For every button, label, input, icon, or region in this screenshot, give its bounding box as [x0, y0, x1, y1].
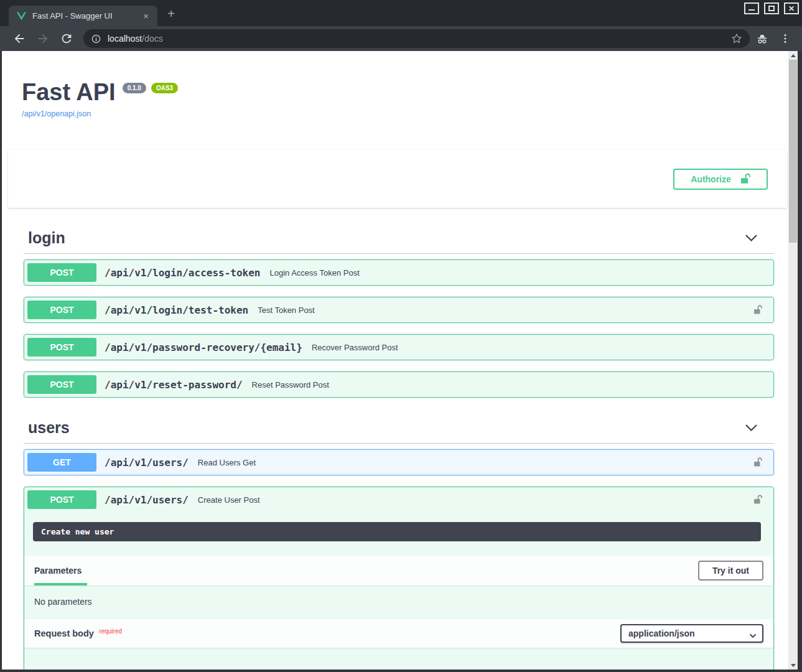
endpoint-row: POST /api/v1/login/test-token Test Token… — [24, 297, 774, 323]
browser-titlebar: Fast API - Swagger UI × + ✕ — [0, 0, 802, 26]
browser-menu-icon[interactable] — [780, 33, 791, 44]
maximize-icon — [768, 6, 775, 11]
version-badge: 0.1.0 — [123, 83, 146, 93]
triangle-up-icon — [791, 54, 796, 57]
operation-description: Create new user — [33, 522, 761, 541]
endpoint-summary[interactable]: POST /api/v1/users/ Create User Post — [24, 487, 773, 512]
endpoint-path: /api/v1/users/ — [105, 494, 189, 506]
window-frame-right — [798, 51, 802, 672]
scrollbar-up-arrow[interactable] — [788, 51, 798, 60]
endpoint-summary[interactable]: POST /api/v1/login/access-token Login Ac… — [24, 260, 773, 285]
section-users-header[interactable]: users — [24, 415, 774, 444]
endpoint-description: Login Access Token Post — [269, 268, 359, 278]
endpoint-summary[interactable]: POST /api/v1/password-recovery/{email} R… — [24, 335, 773, 360]
content-type-select[interactable]: application/json — [620, 624, 763, 643]
page-info-icon[interactable] — [91, 34, 101, 44]
page-scrollbar[interactable] — [788, 51, 798, 670]
request-body-label: Request body — [34, 628, 94, 638]
authorize-label: Authorize — [691, 174, 731, 184]
auth-lock-icon[interactable] — [753, 304, 762, 315]
reload-icon[interactable] — [60, 32, 73, 45]
method-badge: POST — [27, 375, 96, 394]
method-badge: POST — [27, 490, 96, 509]
section-login-header[interactable]: login — [24, 225, 774, 254]
endpoint-summary[interactable]: POST /api/v1/reset-password/ Reset Passw… — [24, 372, 773, 397]
back-icon[interactable] — [12, 32, 26, 45]
active-tab-underline — [34, 583, 87, 586]
url-host: localhost — [108, 34, 142, 44]
bookmark-star-icon[interactable] — [731, 33, 742, 44]
chevron-down-icon[interactable] — [745, 424, 758, 432]
browser-toolbar: localhost/docs — [0, 26, 802, 51]
scrollbar-thumb[interactable] — [789, 60, 797, 243]
scrollbar-down-arrow[interactable] — [788, 661, 798, 670]
endpoint-path: /api/v1/login/access-token — [105, 267, 260, 279]
endpoint-path: /api/v1/password-recovery/{email} — [105, 342, 302, 353]
endpoint-path: /api/v1/reset-password/ — [105, 379, 243, 391]
operation-body: Create new user Parameters Try it out No… — [24, 522, 773, 670]
required-flag: required — [99, 628, 122, 635]
endpoint-description: Test Token Post — [258, 306, 315, 315]
window-controls: ✕ — [744, 2, 799, 14]
content-type-value: application/json — [628, 628, 695, 638]
model-example: Example Value Schema { — [24, 648, 773, 670]
endpoint-row-expanded: POST /api/v1/users/ Create User Post Cre… — [24, 487, 774, 670]
incognito-icon — [756, 33, 768, 45]
tab-title: Fast API - Swagger UI — [32, 11, 134, 21]
page-viewport: Fast API 0.1.0 OAS3 /api/v1/openapi.json… — [2, 51, 788, 670]
endpoint-summary[interactable]: GET /api/v1/users/ Read Users Get — [24, 450, 773, 475]
url-text: localhost/docs — [108, 34, 163, 44]
endpoint-description: Create User Post — [198, 495, 260, 505]
endpoint-row: POST /api/v1/login/access-token Login Ac… — [24, 259, 774, 286]
parameters-header: Parameters Try it out — [24, 556, 773, 586]
favicon-v-icon — [17, 12, 26, 21]
chevron-down-icon[interactable] — [745, 234, 758, 242]
minimize-icon — [748, 9, 755, 11]
endpoint-description: Reset Password Post — [252, 380, 329, 390]
auth-lock-icon[interactable] — [753, 494, 762, 505]
endpoint-row: POST /api/v1/password-recovery/{email} R… — [24, 334, 774, 360]
request-body-header: Request body required application/json — [24, 619, 773, 648]
window-frame-bottom — [0, 670, 802, 672]
unlock-icon — [740, 173, 750, 185]
auth-lock-icon[interactable] — [753, 457, 762, 468]
endpoint-path: /api/v1/login/test-token — [105, 304, 248, 316]
openapi-spec-link[interactable]: /api/v1/openapi.json — [22, 110, 91, 118]
tab-close-icon[interactable]: × — [141, 11, 151, 21]
no-parameters-text: No parameters — [24, 586, 773, 619]
minimize-button[interactable] — [744, 2, 759, 14]
try-it-out-button[interactable]: Try it out — [698, 561, 763, 581]
method-badge: POST — [27, 263, 96, 282]
authorize-button[interactable]: Authorize — [673, 169, 768, 190]
endpoint-summary[interactable]: POST /api/v1/login/test-token Test Token… — [24, 297, 773, 322]
forward-icon[interactable] — [36, 32, 50, 45]
parameters-tab[interactable]: Parameters — [34, 566, 82, 576]
section-title: login — [28, 229, 65, 247]
browser-tab[interactable]: Fast API - Swagger UI × — [9, 6, 157, 26]
triangle-down-icon — [791, 664, 796, 667]
maximize-button[interactable] — [764, 2, 779, 14]
endpoint-row: GET /api/v1/users/ Read Users Get — [24, 449, 774, 475]
address-bar[interactable]: localhost/docs — [83, 29, 750, 48]
toolbar-right-icons — [756, 33, 791, 45]
oas3-badge: OAS3 — [151, 83, 178, 93]
section-users: users GET /api/v1/users/ Read Users Get — [24, 415, 774, 670]
endpoint-row: POST /api/v1/reset-password/ Reset Passw… — [24, 371, 774, 398]
request-body-label-group: Request body required — [34, 628, 122, 639]
scheme-container: Authorize — [8, 150, 787, 208]
endpoint-description: Recover Password Post — [312, 343, 398, 352]
close-button[interactable]: ✕ — [784, 2, 799, 14]
select-chevron-icon — [749, 630, 757, 640]
endpoint-description: Read Users Get — [198, 458, 256, 467]
method-badge: POST — [27, 338, 96, 357]
browser-window: Fast API - Swagger UI × + ✕ localhost/do… — [0, 0, 802, 672]
api-info: Fast API 0.1.0 OAS3 /api/v1/openapi.json — [2, 51, 788, 119]
new-tab-button[interactable]: + — [162, 6, 180, 22]
section-title: users — [28, 419, 70, 437]
method-badge: POST — [27, 301, 96, 319]
endpoint-path: /api/v1/users/ — [105, 457, 189, 469]
window-frame-left — [0, 51, 2, 670]
section-login: login POST /api/v1/login/access-token Lo… — [24, 225, 774, 398]
method-badge: GET — [27, 453, 96, 472]
page-title: Fast API — [22, 80, 116, 105]
